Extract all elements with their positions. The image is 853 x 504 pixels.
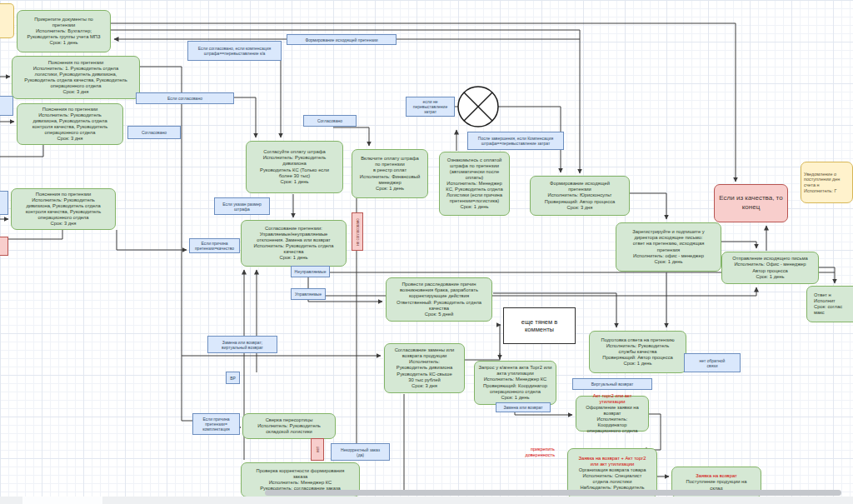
node-end-if-quality[interactable]: Если из качества, то конец bbox=[714, 184, 788, 222]
label-approved-mid[interactable]: Согласовано bbox=[303, 115, 357, 127]
edge-partial-blue-label-1[interactable] bbox=[0, 96, 13, 116]
node-goods-return-body: Организация возврата товара Исполнитель:… bbox=[579, 467, 646, 491]
horizontal-scrollbar-thumb[interactable] bbox=[265, 490, 841, 496]
label-virtual-return[interactable]: Виртуальный возврат bbox=[572, 378, 652, 390]
label-not-approved-text: не согласовано bbox=[356, 218, 360, 245]
node-claim-approval[interactable]: Согласование претензии: Управляемые/неуп… bbox=[241, 220, 347, 267]
bottom-bar bbox=[0, 497, 853, 504]
label-reason-assembly[interactable]: Если причина претензии= комплектация bbox=[192, 413, 240, 435]
node-goods-return-condition: Заявка на возврат + Акт торг2 или акт ут… bbox=[578, 456, 646, 467]
label-controllable[interactable]: Управляемые bbox=[291, 288, 326, 300]
node-explanations-3[interactable]: Пояснения по претензии Исполнитель: Руко… bbox=[11, 188, 116, 230]
node-prepare-claim-response[interactable]: Подготовка ответа на претензию Исполните… bbox=[589, 331, 686, 373]
node-replacement-approval[interactable]: Согласование замены или возврата продукц… bbox=[384, 343, 465, 393]
node-return-request-body: Оформление заявки на возврат Исполнитель… bbox=[586, 405, 639, 434]
annotation-attach-power-of-attorney: прикрепить доверенность bbox=[506, 447, 555, 458]
label-replacement-or-return-small[interactable]: Замена или возврат bbox=[496, 402, 551, 412]
edge-partial-pink-label[interactable] bbox=[0, 237, 8, 256]
label-if-fine-amount-set[interactable]: Если указан размер штрафа bbox=[214, 197, 270, 215]
node-include-fine-in-registry[interactable]: Включите оплату штрафа по претензии в ре… bbox=[352, 149, 428, 198]
node-response-clipped[interactable]: Ответ н Исполнит Срок: соглас макс bbox=[806, 286, 853, 322]
node-request-torg2-act[interactable]: Запрос у к/агента акта Торг2 или акта ут… bbox=[474, 361, 556, 405]
label-reason-quality[interactable]: Если причина претензии=качество bbox=[189, 238, 240, 253]
node-payment-notification-clipped[interactable]: Уведомление о поступлении ден счета н Ис… bbox=[801, 162, 853, 203]
label-after-completion[interactable]: После завершения, если Компенсация штраф… bbox=[467, 132, 564, 150]
label-approved-left[interactable]: Согласовано bbox=[127, 126, 181, 139]
label-replacement-or-return[interactable]: Замена или возврат; виртуальный возврат bbox=[207, 336, 277, 353]
node-attach-documents[interactable]: Прикрепите документы по претензии Исполн… bbox=[17, 10, 111, 52]
node-form-outgoing-claim[interactable]: Формирование исходящей претензии Исполни… bbox=[530, 176, 630, 216]
label-uncontrollable[interactable]: Неуправляемые bbox=[291, 266, 330, 277]
node-return-request-form[interactable]: Акт торг2 или акт утилизации Оформление … bbox=[576, 396, 649, 432]
node-explanations-1[interactable]: Пояснения по претензии Исполнитель: 1. Р… bbox=[12, 56, 140, 99]
label-if-approved-compensation[interactable]: Если согласовано, если компенсация штраф… bbox=[187, 41, 282, 61]
node-warehouse-condition: Заявка на возврат bbox=[696, 473, 736, 479]
label-if-not-rebilling[interactable]: если не перевыставление затрат bbox=[406, 97, 455, 117]
label-no-vertical[interactable]: нет bbox=[311, 438, 324, 461]
node-comment-note[interactable]: еще тянем в комменты bbox=[503, 307, 576, 344]
label-forming-outgoing-claim[interactable]: Формирование исходящей претензии bbox=[287, 34, 397, 45]
node-return-request-condition: Акт торг2 или акт утилизации bbox=[593, 393, 632, 405]
label-vr[interactable]: ВР bbox=[226, 372, 240, 384]
edge-partial-yellow-node[interactable] bbox=[0, 3, 14, 38]
edge-partial-blue-label-2[interactable] bbox=[0, 191, 8, 215]
label-no-feedback[interactable]: нет обратной связи bbox=[684, 353, 741, 372]
label-if-approved[interactable]: Если согласовано bbox=[136, 92, 234, 104]
node-defect-investigation[interactable]: Провести расследование причин возникнове… bbox=[386, 277, 492, 322]
xor-junction-node bbox=[458, 87, 498, 127]
label-no-text: нет bbox=[316, 447, 320, 452]
label-not-approved-vertical[interactable]: не согласовано bbox=[352, 212, 363, 251]
node-approve-fine-payment[interactable]: Согласуйте оплату штрафа Исполнитель: Ру… bbox=[246, 141, 343, 193]
bottom-bar-segment bbox=[22, 497, 102, 504]
label-incorrect-order[interactable]: Некорректный заказ (да) bbox=[331, 443, 390, 461]
node-review-fine-payment[interactable]: Ознакомьтесь с оплатой штрафа по претенз… bbox=[439, 152, 510, 216]
node-mismatch-check[interactable]: Сверка пересортицы Исполнитель: Руководи… bbox=[242, 413, 336, 439]
node-explanations-2[interactable]: Пояснения по претензии Исполнитель: Руко… bbox=[17, 103, 123, 145]
diagram-canvas[interactable]: Прикрепите документы по претензии Исполн… bbox=[0, 0, 853, 504]
node-register-sign-letter[interactable]: Зарегистрируйте и подпишите у директора … bbox=[616, 222, 721, 272]
node-send-outgoing-letter[interactable]: Отправление исходящего письма Исполнител… bbox=[721, 252, 819, 284]
